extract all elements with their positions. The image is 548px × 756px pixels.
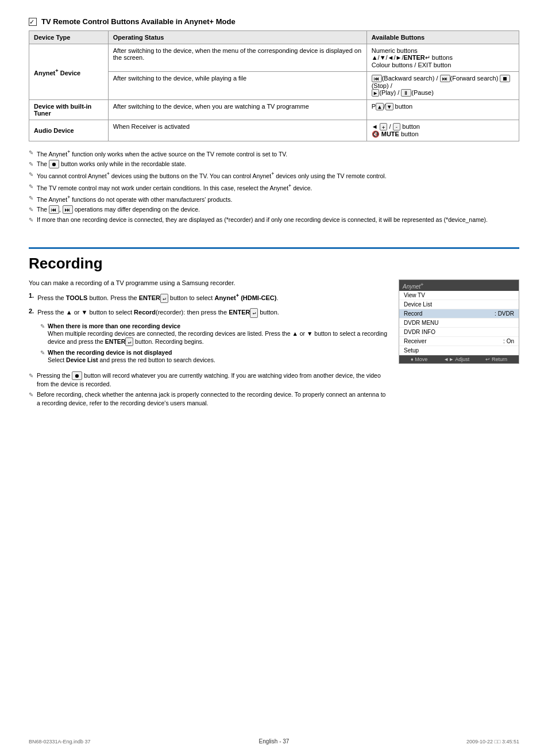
col-header-buttons: Available Buttons [366,31,519,44]
footer-note-2: ✎ Before recording, check whether the an… [29,390,387,407]
note-item: ✎ The TV remote control may not work und… [29,182,519,192]
note-icon: ✎ [29,216,33,224]
device-audio: Audio Device [29,120,109,141]
device-tuner: Device with built-in Tuner [29,100,109,120]
recording-body: You can make a recording of a TV program… [29,279,519,409]
anynet-menu-device-list: Device List [399,300,519,309]
sub-note-2: ✎ When the recording device is not displ… [40,349,387,364]
note-text: You cannot control Anynet+ devices using… [37,170,387,180]
section-header: ✓ TV Remote Control Buttons Available in… [29,17,519,26]
table-row: Anynet+ Device After switching to the de… [29,44,519,72]
status-anynet-1: After switching to the device, when the … [108,44,366,72]
note-item: ✎ The Anynet+ functions do not operate w… [29,194,519,204]
anynet-footer-move: ♦ Move [411,356,427,362]
note-item: ✎ The Anynet+ function only works when t… [29,148,519,158]
anynet-footer-return: ↩ Return [485,356,507,362]
note-icon: ✎ [29,160,33,168]
footer-note-1: ✎ Pressing the ⏺ button will record what… [29,371,387,389]
notes-list: ✎ The Anynet+ function only works when t… [29,148,519,224]
sub-note-content: When there is more than one recording de… [48,323,387,347]
recording-text: You can make a recording of a TV program… [29,279,387,409]
recording-section: Recording You can make a recording of a … [29,247,519,409]
step-num-2: 2. [29,308,34,317]
anynet-menu-dvdr-info: DVDR INFO [399,328,519,337]
footer-note-text-1: Pressing the ⏺ button will record whatev… [37,371,387,389]
note-text: The Anynet+ functions do not operate wit… [37,194,232,204]
sub-note-title-2: When the recording device is not display… [48,349,215,356]
col-header-device: Device Type [29,31,109,44]
sub-note-icon: ✎ [40,323,45,329]
note-item: ✎ You cannot control Anynet+ devices usi… [29,170,519,180]
anynet-logo: Anynet+ [403,283,423,290]
note-icon: ✎ [29,171,33,179]
note-icon: ✎ [29,372,33,380]
page-footer-page: English - 37 [0,738,548,745]
anynet-menu-dvdr-menu: DVDR MENU [399,318,519,328]
table-row: Audio Device When Receiver is activated … [29,120,519,141]
footer-note-text-2: Before recording, check whether the ante… [37,390,387,407]
buttons-audio: ◄ + / - button 🔇 MUTE button [366,120,519,141]
note-text: The ⏺ button works only while in the rec… [37,160,186,168]
sub-note-title-1: When there is more than one recording de… [48,323,387,329]
note-item: ✎ The ⏮, ⏭ operations may differ dependi… [29,205,519,214]
recording-intro: You can make a recording of a TV program… [29,279,387,286]
anynet-menu-setup: Setup [399,346,519,355]
section-title: TV Remote Control Buttons Available in A… [41,17,236,26]
sub-note-content: When the recording device is not display… [48,349,215,364]
buttons-anynet-2: ⏮(Backward search) / ⏭(Forward search) ⏹… [366,72,519,100]
footer-notes: ✎ Pressing the ⏺ button will record what… [29,371,387,407]
step-2: 2. Press the ▲ or ▼ button to select Rec… [29,308,387,317]
anynet-footer: ♦ Move ◄► Adjust ↩ Return [399,355,519,363]
anynet-receiver-label: Receiver [404,338,426,344]
checkbox-icon: ✓ [29,18,37,26]
anynet-footer-adjust: ◄► Adjust [443,356,469,362]
col-header-status: Operating Status [108,31,366,44]
sub-note-text-2: Select Device List and press the red but… [48,356,215,364]
anynet-record-value: : DVDR [495,310,514,317]
sub-note-icon: ✎ [40,350,45,356]
sub-note-text-1: When multiple recording devices are conn… [48,329,387,347]
device-anynet: Anynet+ Device [29,44,109,100]
sub-note-1: ✎ When there is more than one recording … [40,323,387,347]
table-row: Device with built-in Tuner After switchi… [29,100,519,120]
step-content-2: Press the ▲ or ▼ button to select Record… [37,308,387,317]
note-item: ✎ The ⏺ button works only while in the r… [29,160,519,168]
page-footer-date: 2009-10-22 □□ 3:45:51 [466,739,519,745]
recording-title: Recording [29,255,519,273]
step-content-1: Press the TOOLS button. Press the ENTER↵… [37,292,387,303]
buttons-anynet-1: Numeric buttons ▲/▼/◄/►/ENTER↵ buttons C… [366,44,519,72]
status-anynet-2: After switching to the device, while pla… [108,72,366,100]
note-icon: ✎ [29,183,33,191]
sub-notes: ✎ When there is more than one recording … [40,323,387,365]
buttons-tuner: P▲/▼ button [366,100,519,120]
note-text: If more than one recording device is con… [37,216,488,224]
steps-container: 1. Press the TOOLS button. Press the ENT… [29,292,387,317]
status-audio: When Receiver is activated [108,120,366,141]
anynet-menu-receiver: Receiver : On [399,337,519,346]
anynet-receiver-value: : On [503,338,514,344]
anynet-menu-record: Record : DVDR [399,309,519,318]
note-item: ✎ If more than one recording device is c… [29,216,519,224]
step-1: 1. Press the TOOLS button. Press the ENT… [29,292,387,303]
note-icon: ✎ [29,149,33,157]
page: ✓ TV Remote Control Buttons Available in… [0,0,548,756]
buttons-table: Device Type Operating Status Available B… [29,30,519,141]
anynet-titlebar: Anynet+ [399,280,519,290]
step-num-1: 1. [29,292,34,303]
note-icon: ✎ [29,206,33,214]
status-tuner: After switching to the device, when you … [108,100,366,120]
anynet-menu-view-tv: View TV [399,291,519,300]
note-text: The Anynet+ function only works when the… [37,148,287,158]
note-icon: ✎ [29,194,33,202]
anynet-ui-box: Anynet+ View TV Device List Record : DVD… [399,279,519,363]
anynet-record-label: Record [404,310,422,317]
note-icon: ✎ [29,391,33,399]
note-text: The TV remote control may not work under… [37,182,312,192]
page-number: English - 37 [259,738,290,745]
note-text: The ⏮, ⏭ operations may differ depending… [37,205,200,214]
